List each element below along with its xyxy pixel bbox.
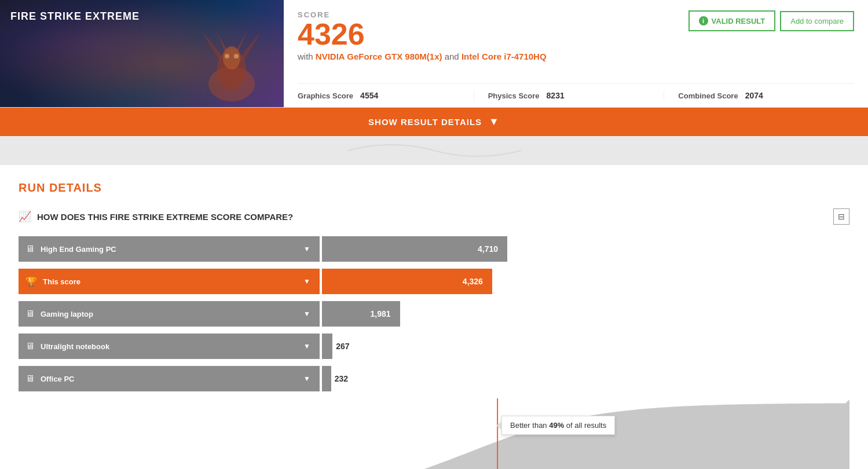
bar-value-row-4: 232 [322,366,849,391]
bar-label-3[interactable]: 🖥 Ultralight notebook ▼ [19,334,320,359]
svg-point-3 [225,54,229,58]
and-text: and [445,52,459,61]
bar-label-2[interactable]: 🖥 Gaming laptop ▼ [19,301,320,327]
bar-icon-0: 🖥 [25,244,35,254]
bar-chevron-4: ▼ [303,375,310,383]
benchmark-title: FIRE STRIKE EXTREME [10,10,140,23]
graphics-score-item: Graphics Score 4554 [298,91,474,100]
valid-result-button[interactable]: i VALID RESULT [688,10,776,31]
compare-title-text: HOW DOES THIS FIRE STRIKE EXTREME SCORE … [37,212,293,222]
graphics-score-label: Graphics Score [298,91,353,100]
deco-svg [347,139,521,162]
physics-score-value: 8231 [547,91,565,100]
bar-icon-4: 🖥 [25,373,35,384]
bar-fill-value-4: 232 [331,374,353,383]
bar-labels-column: 🖥 High End Gaming PC ▼ 🏆 This score ▼ 🖥 … [19,236,322,398]
bar-fill-3 [322,334,332,359]
graphics-score-value: 4554 [360,91,378,100]
compare-title: 📈 HOW DOES THIS FIRE STRIKE EXTREME SCOR… [19,210,293,223]
header-image: FIRE STRIKE EXTREME [0,0,284,107]
bar-fill-4 [322,366,331,391]
gpu-name: NVIDIA GeForce GTX 980M(1x) [316,52,442,61]
cpu-name: Intel Core i7-4710HQ [462,52,547,61]
bar-label-text-4: Office PC [41,375,298,383]
score-section: SCORE 4326 with NVIDIA GeForce GTX 980M(… [284,0,868,107]
chart-right: 4,7104,3261,981267232 Better than 49% of… [322,236,849,469]
combined-score-label: Combined Score [678,91,738,100]
scores-row: Graphics Score 4554 Physics Score 8231 C… [298,83,854,100]
bar-value-row-2: 1,981 [322,301,849,327]
bar-value-row-0: 4,710 [322,236,849,262]
score-value: 4326 [298,19,547,49]
decorative-section [0,136,868,165]
valid-icon: i [699,16,708,25]
show-result-details-banner[interactable]: SHOW RESULT DETAILS ▼ [0,108,868,136]
expand-button[interactable]: ⊟ [833,208,849,225]
bar-value-row-1: 4,326 [322,269,849,294]
header-buttons: i VALID RESULT Add to compare [688,10,854,31]
bar-label-text-2: Gaming laptop [41,310,298,318]
bar-fill-1: 4,326 [322,269,492,294]
bar-fill-value-0: 4,710 [473,244,503,254]
run-details-title: RUN DETAILS [19,181,849,195]
compare-section-header: 📈 HOW DOES THIS FIRE STRIKE EXTREME SCOR… [19,208,849,225]
bar-chevron-3: ▼ [303,342,310,350]
chart-area: 🖥 High End Gaming PC ▼ 🏆 This score ▼ 🖥 … [19,236,849,469]
bar-label-4[interactable]: 🖥 Office PC ▼ [19,366,320,391]
score-description: with NVIDIA GeForce GTX 980M(1x) and Int… [298,52,547,61]
physics-score-item: Physics Score 8231 [474,91,664,100]
chevron-down-icon: ▼ [489,116,500,128]
bar-label-text-1: This score [43,277,298,286]
bar-fill-value-3: 267 [332,342,354,351]
bar-icon-2: 🖥 [25,309,35,319]
bar-fill-value-1: 4,326 [458,277,488,286]
valid-result-label: VALID RESULT [712,17,766,25]
bar-fill-2: 1,981 [322,301,400,327]
bar-chevron-1: ▼ [303,277,310,285]
distribution-chart: Better than 49% of all results 100020003… [322,398,849,469]
chart-icon: 📈 [19,210,31,223]
bar-chevron-2: ▼ [303,310,310,318]
creature-icon [191,26,272,107]
bar-chevron-0: ▼ [303,245,310,253]
bar-icon-3: 🖥 [25,341,35,351]
score-with-text: with [298,52,316,61]
svg-point-4 [234,54,239,58]
physics-score-label: Physics Score [488,91,540,100]
score-main: SCORE 4326 with NVIDIA GeForce GTX 980M(… [298,10,547,61]
bar-value-row-3: 267 [322,334,849,359]
bar-fill-0: 4,710 [322,236,507,262]
score-top: SCORE 4326 with NVIDIA GeForce GTX 980M(… [298,10,854,61]
bar-fill-value-2: 1,981 [366,309,395,318]
run-details-section: RUN DETAILS 📈 HOW DOES THIS FIRE STRIKE … [0,165,868,469]
bar-label-text-3: Ultralight notebook [41,342,298,351]
distribution-svg [322,398,849,469]
bar-label-1[interactable]: 🏆 This score ▼ [19,269,320,294]
combined-score-item: Combined Score 2074 [664,91,854,100]
header-section: FIRE STRIKE EXTREME SCORE 4326 with NVID… [0,0,868,108]
combined-score-value: 2074 [745,91,763,100]
add-compare-button[interactable]: Add to compare [780,11,854,31]
bar-values-area: 4,7104,3261,981267232 [322,236,849,391]
bar-label-0[interactable]: 🖥 High End Gaming PC ▼ [19,236,320,262]
banner-label: SHOW RESULT DETAILS [368,117,482,127]
bar-icon-1: 🏆 [25,276,37,287]
bar-label-text-0: High End Gaming PC [41,245,298,254]
